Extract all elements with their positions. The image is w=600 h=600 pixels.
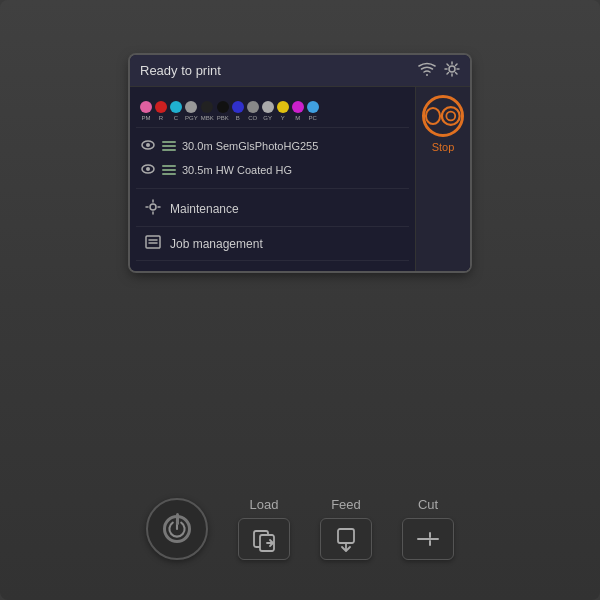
screen-content: PMRCPGYMBKPBKBCOGYYMPC 30.0m SemGlsPhoto… <box>130 87 470 271</box>
ink-circle <box>247 101 259 113</box>
svg-point-23 <box>447 112 456 121</box>
stop-button[interactable] <box>422 95 464 137</box>
load-label: Load <box>250 497 279 512</box>
ink-label: PBK <box>217 115 229 121</box>
feed-label: Feed <box>331 497 361 512</box>
load-button[interactable] <box>238 518 290 560</box>
svg-line-6 <box>447 64 449 66</box>
ink-label: GY <box>263 115 272 121</box>
ink-label: PGY <box>185 115 198 121</box>
status-text: Ready to print <box>140 63 221 78</box>
paper-bar <box>162 145 176 147</box>
ink-circle <box>170 101 182 113</box>
status-icons <box>418 61 460 80</box>
cut-group: Cut <box>402 497 454 560</box>
svg-point-14 <box>150 204 156 210</box>
ink-item-m: M <box>292 101 304 121</box>
ink-item-pbk: PBK <box>217 101 229 121</box>
ink-label: B <box>236 115 240 121</box>
svg-line-8 <box>456 64 458 66</box>
ink-item-b: B <box>232 101 244 121</box>
ink-label: CO <box>248 115 257 121</box>
ink-circle <box>262 101 274 113</box>
feed-button[interactable] <box>320 518 372 560</box>
ink-label: R <box>159 115 163 121</box>
ink-label: Y <box>281 115 285 121</box>
svg-line-9 <box>447 73 449 75</box>
ink-circle <box>140 101 152 113</box>
ink-circle <box>277 101 289 113</box>
menu-item-job-management[interactable]: Job management <box>136 227 409 261</box>
svg-point-1 <box>449 66 455 72</box>
feed-group: Feed <box>320 497 372 560</box>
menu-section: Maintenance Job management <box>136 189 409 263</box>
ink-item-co: CO <box>247 101 259 121</box>
ink-circle <box>232 101 244 113</box>
ink-item-gy: GY <box>262 101 274 121</box>
svg-line-7 <box>456 73 458 75</box>
ink-item-y: Y <box>277 101 289 121</box>
ink-item-pgy: PGY <box>185 101 198 121</box>
paper-info-text: 30.0m SemGlsPhotoHG255 <box>182 140 318 152</box>
paper-eye-icon <box>140 137 156 155</box>
paper-bar <box>162 169 176 171</box>
paper-section: 30.0m SemGlsPhotoHG255 30.5m HW Coated H… <box>136 128 409 189</box>
load-group: Load <box>238 497 290 560</box>
ink-label: C <box>174 115 178 121</box>
ink-label: M <box>295 115 300 121</box>
ink-circle <box>201 101 213 113</box>
ink-row: PMRCPGYMBKPBKBCOGYYMPC <box>136 95 409 128</box>
svg-rect-19 <box>146 236 160 248</box>
ink-circle <box>307 101 319 113</box>
ink-circle <box>155 101 167 113</box>
paper-eye-icon <box>140 161 156 179</box>
ink-item-r: R <box>155 101 167 121</box>
job-management-icon <box>144 235 162 252</box>
paper-bars <box>162 165 176 175</box>
maintenance-icon <box>144 199 162 218</box>
svg-rect-27 <box>338 529 354 543</box>
ink-item-pc: PC <box>307 101 319 121</box>
bottom-controls: Load Feed Cut <box>0 497 600 560</box>
wifi-icon <box>418 62 436 79</box>
screen-panel: Ready to print <box>130 55 470 271</box>
status-bar: Ready to print <box>130 55 470 87</box>
brightness-icon <box>444 61 460 80</box>
paper-info-text: 30.5m HW Coated HG <box>182 164 292 176</box>
paper-bar <box>162 141 176 143</box>
stop-panel: Stop <box>415 87 470 271</box>
paper-bar <box>162 173 176 175</box>
ink-label: PC <box>309 115 317 121</box>
svg-point-0 <box>426 74 428 76</box>
screen-main: PMRCPGYMBKPBKBCOGYYMPC 30.0m SemGlsPhoto… <box>130 87 415 271</box>
paper-bar <box>162 165 176 167</box>
ink-label: MBK <box>201 115 214 121</box>
ink-label: PM <box>142 115 151 121</box>
menu-item-label: Job management <box>170 237 263 251</box>
paper-bar <box>162 149 176 151</box>
svg-point-22 <box>442 107 460 125</box>
menu-item-maintenance[interactable]: Maintenance <box>136 191 409 227</box>
paper-bars <box>162 141 176 151</box>
ink-item-c: C <box>170 101 182 121</box>
ink-item-mbk: MBK <box>201 101 214 121</box>
ink-circle <box>217 101 229 113</box>
cut-button[interactable] <box>402 518 454 560</box>
ink-circle <box>292 101 304 113</box>
svg-point-13 <box>146 167 150 171</box>
menu-item-label: Maintenance <box>170 202 239 216</box>
cut-label: Cut <box>418 497 438 512</box>
svg-point-11 <box>146 143 150 147</box>
ink-item-pm: PM <box>140 101 152 121</box>
power-button[interactable] <box>146 498 208 560</box>
power-icon <box>163 515 191 543</box>
paper-row-0: 30.0m SemGlsPhotoHG255 <box>140 134 405 158</box>
stop-label: Stop <box>432 141 455 153</box>
paper-row-1: 30.5m HW Coated HG <box>140 158 405 182</box>
printer-body: Ready to print <box>0 0 600 600</box>
ink-circle <box>185 101 197 113</box>
